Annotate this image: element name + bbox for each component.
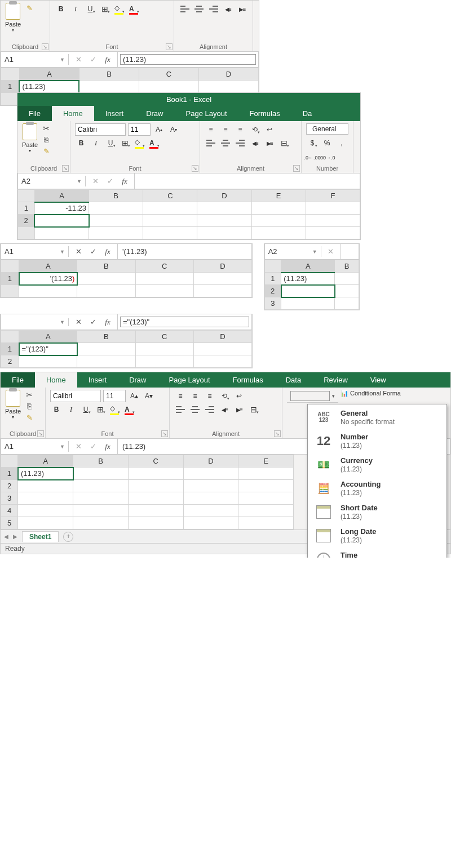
tab-view[interactable]: View bbox=[359, 372, 397, 388]
align-center-button[interactable] bbox=[219, 137, 232, 149]
increase-indent-button[interactable] bbox=[233, 403, 245, 416]
cell-A2[interactable] bbox=[281, 285, 335, 297]
paste-button[interactable]: Paste ▾ bbox=[5, 3, 21, 33]
format-item-currency[interactable]: 💵Currency(11.23) bbox=[308, 453, 446, 477]
italic-button[interactable]: I bbox=[69, 3, 82, 15]
format-item-general[interactable]: ABC123GeneralNo specific format bbox=[308, 406, 446, 429]
cell-A1[interactable]: (11.23) bbox=[18, 468, 73, 480]
number-format-select[interactable]: General bbox=[306, 123, 348, 135]
font-color-button[interactable]: A bbox=[148, 137, 161, 149]
format-item-long-date[interactable]: Long Date(11.23) bbox=[308, 524, 446, 547]
font-size-select[interactable] bbox=[103, 390, 126, 402]
paste-button[interactable]: Paste▾ bbox=[22, 123, 38, 153]
italic-button[interactable]: I bbox=[90, 137, 102, 149]
format-item-accounting[interactable]: 🧮Accounting (11.23) bbox=[308, 477, 446, 500]
name-box[interactable]: A1▼ bbox=[1, 246, 69, 257]
dialog-launcher-icon[interactable]: ↘ bbox=[62, 165, 69, 172]
format-painter-button[interactable] bbox=[41, 146, 51, 156]
border-button[interactable] bbox=[99, 3, 111, 15]
align-top-button[interactable]: ≡ bbox=[174, 390, 187, 402]
paste-button[interactable]: Paste▾ bbox=[5, 390, 21, 420]
decrease-indent-button[interactable] bbox=[222, 3, 233, 15]
accounting-format-button[interactable]: $ bbox=[306, 137, 319, 149]
align-middle-button[interactable]: ≡ bbox=[189, 390, 201, 402]
tab-data[interactable]: Da bbox=[291, 106, 324, 121]
fx-icon[interactable]: fx bbox=[103, 55, 113, 64]
align-middle-button[interactable]: ≡ bbox=[219, 123, 232, 136]
spreadsheet-grid[interactable]: ABCD 1'(11.23) bbox=[1, 260, 252, 297]
format-item-number[interactable]: 12Number(11.23) bbox=[308, 429, 446, 453]
tab-draw[interactable]: Draw bbox=[135, 106, 174, 121]
align-left-button[interactable] bbox=[179, 3, 191, 15]
align-right-button[interactable] bbox=[207, 3, 219, 15]
tab-page-layout[interactable]: Page Layout bbox=[158, 372, 222, 388]
align-center-button[interactable] bbox=[193, 3, 205, 15]
orientation-button[interactable] bbox=[249, 123, 261, 136]
font-size-select[interactable] bbox=[128, 123, 151, 136]
underline-button[interactable]: U bbox=[79, 403, 92, 416]
decrease-indent-button[interactable] bbox=[218, 403, 231, 416]
tab-insert[interactable]: Insert bbox=[94, 106, 135, 121]
font-name-select[interactable] bbox=[75, 123, 126, 136]
cell-A1[interactable]: (11.23) bbox=[281, 273, 335, 285]
align-left-button[interactable] bbox=[205, 137, 217, 149]
wrap-text-button[interactable] bbox=[263, 123, 276, 136]
dialog-launcher-icon[interactable]: ↘ bbox=[37, 430, 44, 437]
name-box[interactable]: A1▼ bbox=[1, 441, 69, 452]
name-box[interactable]: A2▼ bbox=[265, 246, 321, 257]
decrease-indent-button[interactable] bbox=[249, 137, 261, 149]
cell-A1[interactable]: -11.23 bbox=[34, 202, 89, 215]
tab-home[interactable]: Home bbox=[52, 106, 94, 121]
align-bottom-button[interactable]: ≡ bbox=[204, 390, 216, 402]
underline-button[interactable]: U bbox=[84, 3, 96, 15]
font-color-button[interactable]: A bbox=[123, 403, 136, 416]
decrease-decimal-button[interactable]: .00→.0 bbox=[321, 152, 333, 164]
align-bottom-button[interactable]: ≡ bbox=[234, 123, 246, 136]
copy-button[interactable] bbox=[41, 135, 51, 145]
copy-button[interactable] bbox=[24, 401, 34, 411]
bold-button[interactable]: B bbox=[50, 403, 63, 416]
dialog-launcher-icon[interactable]: ↘ bbox=[42, 43, 48, 50]
align-center-button[interactable] bbox=[189, 403, 201, 416]
font-color-button[interactable]: A bbox=[128, 3, 140, 15]
wrap-text-button[interactable] bbox=[233, 390, 245, 402]
tab-file[interactable]: File bbox=[1, 372, 35, 388]
spreadsheet-grid[interactable]: ABCD 1="(123)" 2 bbox=[1, 330, 252, 368]
dialog-launcher-icon[interactable]: ↘ bbox=[293, 165, 300, 172]
tab-draw[interactable]: Draw bbox=[118, 372, 157, 388]
fx-icon[interactable]: fx bbox=[103, 318, 113, 327]
font-name-select[interactable] bbox=[50, 390, 101, 402]
tab-data[interactable]: Data bbox=[275, 372, 312, 388]
name-box[interactable]: A1▼ bbox=[1, 54, 69, 65]
enter-icon[interactable]: ✓ bbox=[88, 318, 98, 326]
fill-color-button[interactable] bbox=[134, 137, 146, 149]
fx-icon[interactable]: fx bbox=[103, 442, 113, 451]
formula-input[interactable]: ="(123)" bbox=[120, 317, 249, 327]
orientation-button[interactable] bbox=[218, 390, 231, 402]
spreadsheet-grid[interactable]: ABCDEF 1-11.23 2 bbox=[17, 189, 360, 239]
tab-review[interactable]: Review bbox=[312, 372, 359, 388]
bold-button[interactable]: B bbox=[55, 3, 67, 15]
name-box[interactable]: ▼ bbox=[1, 318, 69, 326]
increase-indent-button[interactable] bbox=[263, 137, 276, 149]
cell-A2[interactable] bbox=[34, 215, 89, 227]
fill-color-button[interactable] bbox=[109, 403, 121, 416]
percent-format-button[interactable]: % bbox=[321, 137, 333, 149]
tab-file[interactable]: File bbox=[17, 106, 52, 121]
border-button[interactable] bbox=[119, 137, 131, 149]
cut-button[interactable] bbox=[41, 123, 51, 133]
align-left-button[interactable] bbox=[174, 403, 187, 416]
sheet-nav-next[interactable]: ▶ bbox=[13, 533, 17, 540]
formula-input[interactable]: (11.23) bbox=[120, 54, 256, 65]
align-top-button[interactable]: ≡ bbox=[205, 123, 217, 136]
cut-button[interactable] bbox=[24, 390, 34, 400]
tab-page-layout[interactable]: Page Layout bbox=[175, 106, 238, 121]
name-box[interactable]: A2▼ bbox=[18, 176, 86, 186]
dialog-launcher-icon[interactable]: ↘ bbox=[166, 43, 173, 50]
enter-icon[interactable]: ✓ bbox=[88, 247, 98, 256]
underline-button[interactable]: U bbox=[104, 137, 117, 149]
cancel-icon[interactable]: ✕ bbox=[73, 318, 83, 326]
increase-font-button[interactable]: A▴ bbox=[153, 123, 165, 136]
dialog-launcher-icon[interactable]: ↘ bbox=[192, 165, 198, 172]
format-item-short-date[interactable]: Short Date(11.23) bbox=[308, 500, 446, 524]
